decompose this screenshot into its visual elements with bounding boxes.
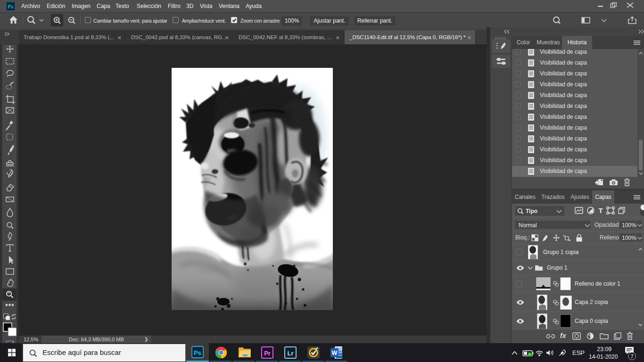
svg-text:Pr: Pr <box>264 350 271 357</box>
svg-text:Lr: Lr <box>288 350 294 357</box>
svg-text:Ps: Ps <box>194 349 201 356</box>
svg-text:W: W <box>332 350 338 356</box>
svg-text:Ps: Ps <box>8 4 14 9</box>
svg-text:T: T <box>598 206 603 214</box>
